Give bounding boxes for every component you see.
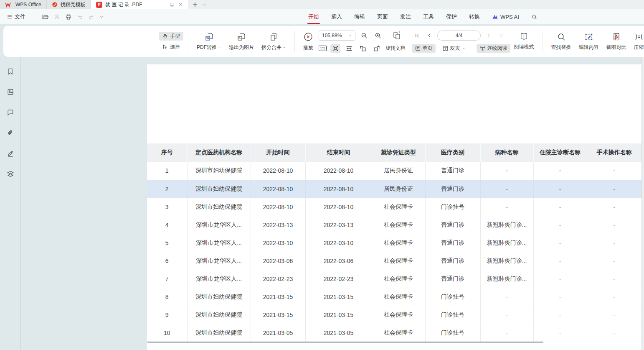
divider — [35, 13, 35, 20]
tab-document-active[interactable]: P 就 医 记 录 .PDF — [91, 0, 188, 9]
ribbon-tab-comment[interactable]: 批注 — [400, 12, 411, 21]
continuous-read-icon — [479, 45, 486, 51]
split-merge-button[interactable]: 拆分合并 — [258, 32, 290, 51]
wps-ai-button[interactable]: WPS AI — [492, 14, 519, 20]
table-cell: 社会保障卡 — [372, 324, 425, 342]
compress-button[interactable]: 压缩 — [630, 32, 644, 51]
double-page-button[interactable]: 双页 — [439, 44, 469, 53]
table-cell: - — [533, 324, 587, 342]
menu-bar: 文件 开始 插入 编辑 — [0, 9, 644, 24]
print-icon[interactable] — [65, 14, 72, 20]
ribbon-tab-tools[interactable]: 工具 — [423, 12, 434, 21]
table-cell: 深圳市龙华区人... — [187, 270, 251, 288]
first-page-icon[interactable] — [413, 32, 421, 39]
open-file-icon[interactable] — [42, 14, 49, 20]
actual-size-icon[interactable]: 1:1 — [319, 46, 327, 51]
table-cell: 2022-02-23 — [305, 270, 372, 288]
table-cell: 2022-03-10 — [251, 234, 305, 252]
export-as-image-button[interactable]: 输出为图片 — [225, 32, 258, 51]
fit-page-icon[interactable] — [330, 44, 340, 53]
monitor-icon[interactable] — [169, 2, 175, 8]
new-tab-icon[interactable] — [192, 2, 198, 8]
ribbon-search-icon[interactable] — [531, 14, 538, 20]
single-page-button[interactable]: 单页 — [412, 44, 436, 53]
table-cell: - — [587, 216, 641, 234]
table-cell: 2022-08-10 — [305, 162, 372, 180]
page-number-input[interactable]: 4/4 — [437, 31, 481, 41]
rotate-document-label[interactable]: 旋转文档 — [385, 45, 406, 52]
select-tool-button[interactable]: 选择 — [159, 43, 183, 51]
hand-tool-label: 手型 — [170, 33, 180, 40]
close-tab-icon[interactable] — [178, 2, 183, 7]
table-cell: 2022-08-10 — [251, 162, 305, 180]
play-button[interactable]: 播放 — [299, 32, 317, 51]
last-page-icon[interactable] — [497, 32, 505, 39]
read-mode-button[interactable]: 阅读模式 — [510, 32, 538, 51]
select-tool-label: 选择 — [170, 43, 180, 51]
undo-icon[interactable] — [77, 14, 83, 20]
zoom-level-select[interactable]: 105.88% — [319, 31, 355, 41]
document-area: 序号定点医药机构名称开始时间结束时间就诊凭证类型医疗类别病种名称住院主诊断名称手… — [0, 57, 644, 350]
table-cell: 2021-03-15 — [305, 306, 372, 324]
history-chevron-icon[interactable] — [99, 15, 104, 19]
zoom-in-icon[interactable] — [373, 31, 383, 40]
zoom-out-icon[interactable] — [359, 31, 369, 40]
fit-width-icon[interactable] — [344, 44, 354, 53]
find-replace-button[interactable]: 查找替换 — [548, 32, 575, 51]
table-cell: 7 — [147, 270, 187, 288]
file-menu-button[interactable]: 文件 — [4, 12, 28, 22]
ribbon-tab-home[interactable]: 开始 — [308, 12, 319, 21]
rotate-right-icon[interactable] — [372, 44, 382, 53]
bookmark-icon[interactable] — [5, 66, 16, 77]
table-cell: 新冠肺炎门诊... — [480, 270, 533, 288]
layers-icon[interactable] — [5, 169, 16, 179]
table-cell: 普通门诊 — [425, 216, 480, 234]
tab-docer-templates[interactable]: 找稻壳模板 — [47, 0, 91, 9]
table-cell: - — [480, 324, 533, 342]
ribbon-tab-page[interactable]: 页面 — [377, 12, 388, 21]
redo-icon[interactable] — [88, 14, 94, 20]
pdf-convert-button[interactable]: W PDF转换 — [193, 32, 225, 51]
edit-content-button[interactable]: 编辑内容 — [575, 32, 603, 51]
table-cell: 门诊挂号 — [425, 324, 480, 342]
attachment-icon[interactable] — [5, 128, 16, 138]
view-controls-group: 105.88% 4/4 — [319, 30, 510, 53]
ribbon-tab-convert[interactable]: 转换 — [469, 12, 480, 21]
table-cell: 深圳市龙华区人... — [187, 234, 251, 252]
compress-label: 压缩 — [634, 44, 644, 51]
table-bottom-border — [147, 342, 543, 342]
comment-icon[interactable] — [5, 107, 16, 118]
hand-tool-button[interactable]: 手型 — [159, 32, 183, 41]
signature-icon[interactable] — [5, 148, 16, 159]
save-icon[interactable] — [54, 14, 60, 20]
ribbon-tab-edit[interactable]: 编辑 — [354, 12, 365, 21]
screenshot-compare-button[interactable]: 截图对比 — [603, 32, 630, 51]
ribbon-tab-protect[interactable]: 保护 — [446, 12, 457, 21]
divider — [294, 31, 295, 52]
divider — [111, 13, 111, 20]
table-header-cell: 手术操作名称 — [587, 143, 641, 162]
compress-icon — [634, 32, 644, 41]
table-cell: 深圳市妇幼保健院 — [187, 306, 251, 324]
page-swap-icon[interactable] — [391, 30, 403, 41]
ribbon-tab-insert[interactable]: 插入 — [331, 12, 342, 21]
tab-wps-office[interactable]: WPS Office — [0, 0, 47, 9]
rotate-left-icon[interactable] — [358, 44, 368, 53]
cursor-icon — [162, 44, 168, 50]
next-page-icon[interactable] — [484, 32, 493, 39]
single-page-icon — [415, 45, 421, 51]
wps-logo-icon — [5, 2, 13, 8]
table-cell: 深圳市龙华区人... — [187, 216, 251, 234]
navigation-panel-strip — [0, 57, 21, 350]
table-cell: - — [587, 270, 641, 288]
thumbnail-icon[interactable] — [5, 87, 16, 97]
vertical-scrollbar[interactable] — [641, 57, 644, 350]
continuous-read-button[interactable]: 连续阅读 — [477, 44, 510, 53]
table-cell: - — [587, 306, 641, 324]
ribbon-tabs: 开始 插入 编辑 页面 批注 工具 保护 转换 WPS AI — [308, 9, 538, 24]
previous-page-icon[interactable] — [425, 32, 434, 39]
tab-list-chevron-icon[interactable] — [202, 3, 207, 7]
table-row: 6深圳市龙华区人...2022-03-062022-03-06社会保障卡普通门诊… — [147, 252, 641, 270]
table-cell: 10 — [147, 324, 187, 342]
divider — [188, 31, 188, 52]
